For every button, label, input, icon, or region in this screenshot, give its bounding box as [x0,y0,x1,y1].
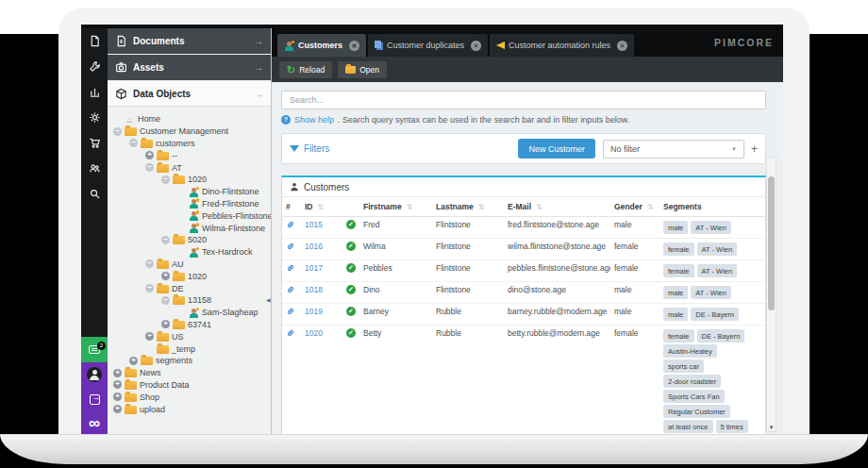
accordion-assets[interactable]: Assets → [108,55,271,80]
tab-customers[interactable]: Customers✕ [277,34,366,57]
tree-item[interactable]: +US [108,330,271,343]
tree-expander-plus-icon[interactable]: + [113,380,122,389]
column-header-email[interactable]: E-Mail⇅ [504,202,610,211]
document-icon[interactable] [81,28,108,54]
tree-item[interactable]: +upload [108,403,271,415]
tree-item[interactable]: +63741 [108,319,271,331]
close-icon[interactable]: ✕ [471,41,481,51]
user-profile-tile[interactable] [81,362,108,387]
tree-expander-minus-icon[interactable]: − [145,284,154,292]
customer-row[interactable]: 1016 ✓ Wilma Flintstone wilma.flintstone… [282,239,765,260]
tree-item[interactable]: −DE [108,282,271,294]
link-icon[interactable] [286,263,295,273]
show-help-link[interactable]: Show help [294,115,334,125]
search-icon[interactable] [81,181,108,207]
tree-expander-minus-icon[interactable]: − [145,163,154,172]
tab-customer-duplicates[interactable]: Customer duplicates✕ [368,34,488,57]
customer-row[interactable]: 1019 ✓ Barney Rubble barney.rubble@moder… [282,304,765,326]
tree-item[interactable]: −AT [108,161,271,174]
tree-item[interactable]: +-- [108,149,271,161]
users-icon[interactable] [81,156,108,181]
column-header-id[interactable]: ID⇅ [301,202,342,211]
tree-item[interactable]: Wilma-Flintstone [108,222,271,234]
column-header-segments[interactable]: Segments [659,202,765,211]
sort-icon[interactable]: ⇅ [318,203,325,211]
link-icon[interactable] [286,285,295,294]
scrollbar-down-arrow[interactable]: ▼ [767,425,776,430]
pimcore-logo-tile[interactable]: ∞ [81,411,108,436]
tree-expander-minus-icon[interactable]: − [129,139,138,147]
chevron-right-icon[interactable]: → [254,62,263,73]
tree-item[interactable]: −AU [108,259,271,271]
tree-expander-plus-icon[interactable]: + [129,357,138,365]
tree-expander-plus-icon[interactable]: + [161,320,170,328]
tree-item[interactable]: _temp [108,343,271,355]
vertical-scrollbar[interactable]: ▼ [766,157,776,432]
cart-icon[interactable] [81,130,108,156]
sort-icon[interactable]: ⇅ [478,203,485,211]
tab-customer-automation-rules[interactable]: Customer automation rules✕ [490,34,634,57]
tree-item[interactable]: +1020 [108,270,271,282]
tree-item[interactable]: −customers [108,138,271,150]
chevron-right-icon[interactable]: → [254,36,263,46]
column-header-lastname[interactable]: Lastname⇅ [432,202,504,211]
customer-id-link[interactable]: 1016 [305,242,323,252]
panel-collapse-handle[interactable]: ◀ [266,296,271,303]
tree-expander-plus-icon[interactable]: + [113,393,122,401]
customer-id-link[interactable]: 1019 [305,307,323,317]
new-customer-button[interactable]: New Customer [518,139,595,159]
link-icon[interactable] [286,242,295,251]
customer-row[interactable]: 1015 ✓ Fred Flintstone fred.flintstone@s… [282,217,765,239]
tree-item[interactable]: −5020 [108,234,271,246]
tree-expander-minus-icon[interactable]: − [161,296,170,305]
tree-item[interactable]: +Shop [108,391,271,403]
search-input[interactable] [281,91,766,109]
tree-item[interactable]: −1020 [108,174,271,186]
tree-item[interactable]: +segments [108,355,271,367]
customer-row[interactable]: 1017 ✓ Pebbles Flintstone pebbles.flints… [282,260,765,282]
close-icon[interactable]: ✕ [349,41,359,51]
filters-title[interactable]: Filters [290,143,329,154]
accordion-documents[interactable]: Documents → [108,28,271,54]
sort-icon[interactable]: ⇅ [536,203,542,211]
filter-select[interactable]: No filter ▼ [603,140,744,159]
gear-icon[interactable] [81,105,108,130]
tree-expander-minus-icon[interactable]: − [113,127,122,136]
tree-item[interactable]: Fred-Flintstone [108,198,271,210]
sort-icon[interactable]: ⇅ [407,203,413,211]
customer-row[interactable]: 1018 ✓ Dino Flintstone dino@stone.age ma… [282,282,765,304]
accordion-data-objects[interactable]: Data Objects → [108,81,271,107]
tree-expander-plus-icon[interactable]: + [161,272,170,280]
tree-expander-minus-icon[interactable]: − [161,236,170,244]
tree-expander-plus-icon[interactable]: + [113,369,122,377]
scrollbar-thumb[interactable] [768,176,775,310]
logout-tile[interactable] [81,387,108,411]
tree-item[interactable]: −13158 [108,294,271,307]
notifications-tile[interactable]: 2 [81,337,108,362]
tree-item[interactable]: +Product Data [108,379,271,392]
link-icon[interactable] [286,328,295,338]
customer-id-link[interactable]: 1015 [305,220,323,230]
close-icon[interactable]: ✕ [617,41,627,51]
tree-item[interactable]: Dino-Flintstone [108,186,271,198]
customer-id-link[interactable]: 1020 [305,328,323,339]
link-icon[interactable] [286,307,295,316]
chevron-right-icon[interactable]: → [254,89,263,99]
tree-expander-plus-icon[interactable]: + [145,332,154,341]
tree-item[interactable]: +News [108,367,271,379]
add-filter-button[interactable]: + [751,142,758,156]
sort-icon[interactable]: ⇅ [647,203,654,211]
bar-chart-icon[interactable] [81,79,108,105]
wrench-icon[interactable] [81,54,108,79]
tree-item[interactable]: ⌂Home [108,113,271,125]
customer-id-link[interactable]: 1018 [305,285,323,295]
tree-expander-plus-icon[interactable]: + [145,151,154,159]
tree-item[interactable]: −Customer Management [108,125,271,138]
tree-expander-plus-icon[interactable]: + [113,405,122,413]
column-header-firstname[interactable]: Firstname⇅ [359,202,432,211]
tree-item[interactable]: Sam-Slagheap [108,307,271,319]
column-header-gender[interactable]: Gender⇅ [610,202,659,211]
customer-row[interactable]: 1020 ✓ Betty Rubble betty.rubble@modern.… [282,326,765,436]
open-button[interactable]: Open [338,61,387,78]
reload-button[interactable]: ↻Reload [279,61,332,78]
